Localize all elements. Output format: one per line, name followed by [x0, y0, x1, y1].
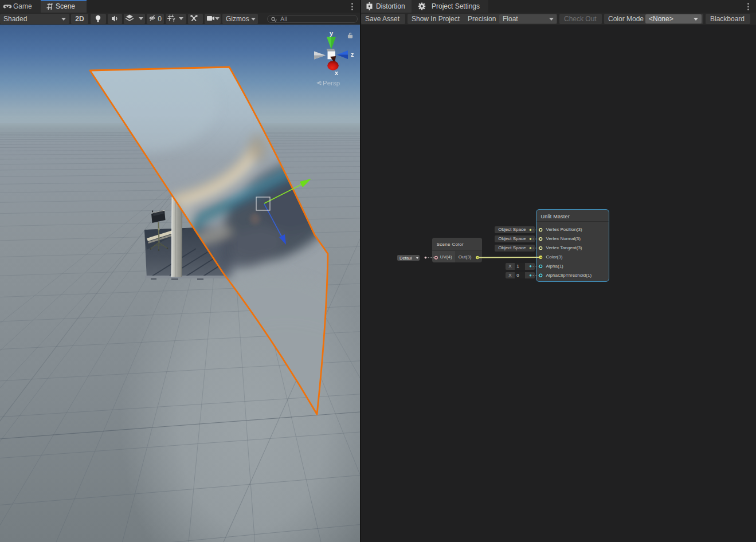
svg-text:x: x	[335, 69, 339, 76]
svg-text:Persp: Persp	[323, 80, 340, 87]
svg-text:z: z	[351, 51, 354, 58]
svg-text:y: y	[330, 30, 334, 37]
